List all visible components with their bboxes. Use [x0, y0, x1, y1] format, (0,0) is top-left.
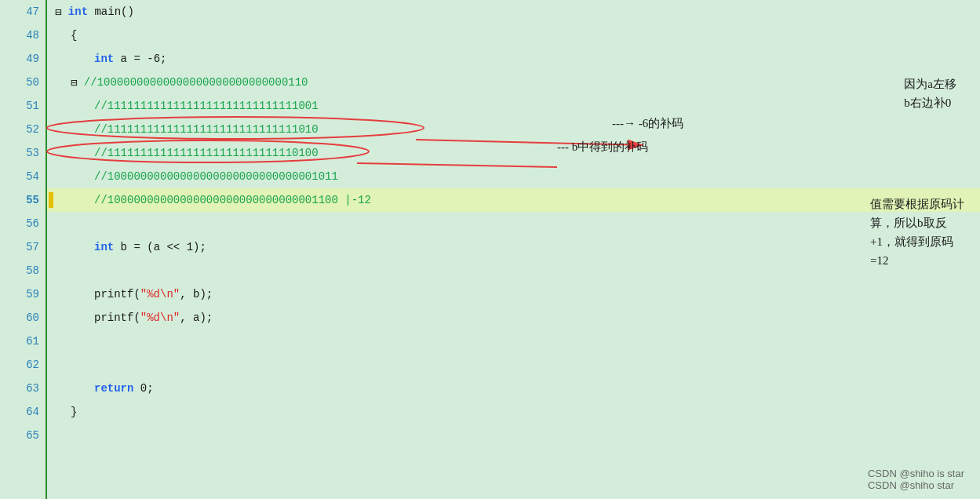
line-num-54: 54	[0, 165, 46, 188]
line-num-56: 56	[0, 212, 46, 235]
watermark-line-1: CSDN @shiho is star	[868, 468, 964, 479]
comment-51: //11111111111111111111111111111001	[94, 100, 319, 112]
code-line-53: //11111111111111111111111111110100	[47, 141, 980, 165]
annotation-line-5: +1，就得到原码	[870, 232, 964, 251]
code-line-54: //10000000000000000000000000000001011	[47, 165, 980, 188]
line-numbers: 47 48 49 50 51 52 53 54 55 56 57 58 59 6…	[0, 0, 47, 499]
code-line-59: printf("%d\n", b);	[47, 282, 980, 306]
string-59: "%d\n"	[140, 288, 180, 300]
line-num-61: 61	[0, 330, 46, 353]
collapse-icon-50: ⊟	[71, 76, 84, 89]
line-indicator-55	[49, 192, 53, 208]
code-lines: ⊟ int main() { int a = -6; ⊟ //100000000…	[47, 0, 980, 499]
code-line-58	[47, 259, 980, 282]
brace-open-48: {	[71, 29, 77, 42]
code-text-60: , a);	[180, 311, 213, 324]
keyword-int-57: int	[94, 241, 114, 253]
code-line-63: return 0;	[47, 377, 980, 400]
line-num-64: 64	[0, 400, 46, 424]
line-num-51: 51	[0, 94, 46, 118]
line-num-63: 63	[0, 377, 46, 400]
comment-52: //11111111111111111111111111111010	[94, 123, 319, 136]
code-text-49: a = -6;	[114, 53, 166, 65]
annotation-line-1: 因为a左移	[904, 75, 956, 93]
line-num-49: 49	[0, 47, 46, 71]
code-line-49: int a = -6;	[47, 47, 980, 71]
annotation-line-6: =12	[870, 251, 964, 270]
printf-60: printf(	[94, 311, 140, 324]
code-line-64: }	[47, 400, 980, 424]
code-text-59: , b);	[180, 288, 213, 300]
line-num-55: 55	[0, 188, 46, 212]
annotation-box-2: 值需要根据原码计 算，所以b取反 +1，就得到原码 =12	[870, 195, 964, 270]
keyword-int-49: int	[94, 53, 114, 65]
code-text-47: main()	[88, 5, 134, 18]
arrow-label-2: --- b中得到的补码	[557, 140, 648, 155]
code-line-52: //11111111111111111111111111111010	[47, 118, 980, 141]
line-num-50: 50	[0, 71, 46, 94]
line-num-48: 48	[0, 24, 46, 47]
watermark-line-2: CSDN @shiho star	[868, 479, 964, 491]
line-num-60: 60	[0, 306, 46, 330]
code-line-57: int b = (a << 1);	[47, 235, 980, 259]
code-line-55: //10000000000000000000000000000001100 |-…	[47, 188, 980, 212]
keyword-return-63: return	[94, 382, 133, 395]
annotation-line-2: b右边补0	[904, 93, 956, 112]
comment-50: //10000000000000000000000000000110	[84, 76, 308, 89]
line-num-65: 65	[0, 424, 46, 447]
code-line-65	[47, 424, 980, 447]
code-line-61	[47, 330, 980, 353]
annotation-line-4: 算，所以b取反	[870, 213, 964, 232]
watermark: CSDN @shiho is star CSDN @shiho star	[868, 468, 964, 491]
collapse-icon-47: ⊟	[55, 5, 68, 19]
code-line-48: {	[47, 24, 980, 47]
code-line-47: ⊟ int main()	[47, 0, 980, 24]
comment-54: //10000000000000000000000000000001011	[94, 170, 338, 183]
code-line-56	[47, 212, 980, 235]
line-num-47: 47	[0, 0, 46, 24]
code-text-57: b = (a << 1);	[114, 241, 206, 253]
line-num-62: 62	[0, 353, 46, 377]
line-num-59: 59	[0, 282, 46, 306]
line-num-53: 53	[0, 141, 46, 165]
brace-close-64: }	[71, 406, 77, 418]
code-line-60: printf("%d\n", a);	[47, 306, 980, 330]
comment-53: //11111111111111111111111111110100	[94, 147, 319, 159]
keyword-int-47: int	[68, 5, 88, 18]
code-editor: 47 48 49 50 51 52 53 54 55 56 57 58 59 6…	[0, 0, 980, 499]
code-line-62	[47, 353, 980, 377]
string-60: "%d\n"	[140, 311, 180, 324]
line-num-57: 57	[0, 235, 46, 259]
code-line-51: //11111111111111111111111111111001	[47, 94, 980, 118]
annotation-line-3: 值需要根据原码计	[870, 195, 964, 213]
code-text-63: 0;	[133, 382, 153, 395]
line-num-52: 52	[0, 118, 46, 141]
comment-55: //10000000000000000000000000000001100 |-…	[94, 194, 371, 206]
arrow-label-1: ---→ -6的补码	[612, 116, 683, 131]
printf-59: printf(	[94, 288, 140, 300]
line-num-58: 58	[0, 259, 46, 282]
annotation-box-1: 因为a左移 b右边补0	[904, 75, 956, 112]
code-line-50: ⊟ //10000000000000000000000000000110	[47, 71, 980, 94]
